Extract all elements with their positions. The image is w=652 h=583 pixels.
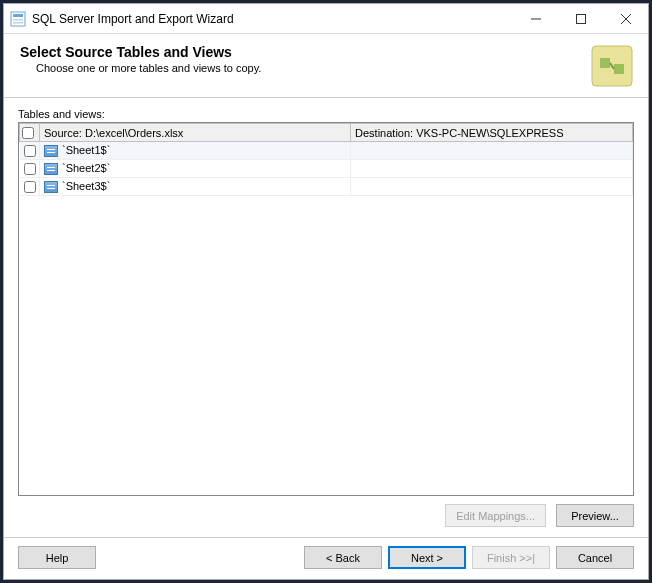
preview-button[interactable]: Preview... — [556, 504, 634, 527]
svg-rect-9 — [600, 58, 610, 68]
table-row[interactable]: `Sheet2$` — [20, 160, 633, 178]
back-button[interactable]: < Back — [304, 546, 382, 569]
page-subtitle: Choose one or more tables and views to c… — [36, 62, 632, 74]
window-controls — [513, 4, 648, 33]
destination-cell[interactable] — [351, 160, 633, 178]
help-button[interactable]: Help — [18, 546, 96, 569]
select-all-header[interactable] — [20, 124, 40, 142]
row-checkbox[interactable] — [24, 145, 36, 157]
close-button[interactable] — [603, 4, 648, 33]
svg-rect-5 — [576, 14, 585, 23]
wizard-icon — [586, 40, 638, 92]
grid-action-buttons: Edit Mappings... Preview... — [18, 496, 634, 531]
svg-rect-10 — [614, 64, 624, 74]
select-all-checkbox[interactable] — [22, 127, 34, 139]
page-title: Select Source Tables and Views — [20, 44, 632, 60]
tables-views-label: Tables and views: — [18, 108, 634, 120]
sheet-icon — [44, 145, 58, 157]
source-column-header[interactable]: Source: D:\excel\Orders.xlsx — [40, 124, 351, 142]
finish-button[interactable]: Finish >>| — [472, 546, 550, 569]
sheet-icon — [44, 181, 58, 193]
row-checkbox[interactable] — [24, 163, 36, 175]
window-title: SQL Server Import and Export Wizard — [32, 12, 513, 26]
next-button[interactable]: Next > — [388, 546, 466, 569]
source-name: `Sheet1$` — [62, 144, 110, 156]
tables-grid[interactable]: Source: D:\excel\Orders.xlsx Destination… — [19, 123, 633, 196]
table-row[interactable]: `Sheet1$` — [20, 142, 633, 160]
svg-rect-2 — [13, 19, 23, 21]
sheet-icon — [44, 163, 58, 175]
edit-mappings-button[interactable]: Edit Mappings... — [445, 504, 546, 527]
wizard-footer: Help < Back Next > Finish >>| Cancel — [4, 537, 648, 579]
maximize-button[interactable] — [558, 4, 603, 33]
svg-rect-3 — [13, 22, 23, 24]
wizard-window: SQL Server Import and Export Wizard Sele… — [3, 3, 649, 580]
destination-column-header[interactable]: Destination: VKS-PC-NEW\SQLEXPRESS — [351, 124, 633, 142]
titlebar: SQL Server Import and Export Wizard — [4, 4, 648, 34]
wizard-body: Tables and views: Source: D:\excel\Order… — [4, 98, 648, 537]
source-cell: `Sheet2$` — [40, 160, 351, 178]
table-row[interactable]: `Sheet3$` — [20, 178, 633, 196]
source-name: `Sheet3$` — [62, 180, 110, 192]
minimize-button[interactable] — [513, 4, 558, 33]
svg-rect-1 — [13, 14, 23, 17]
source-name: `Sheet2$` — [62, 162, 110, 174]
destination-cell[interactable] — [351, 142, 633, 160]
tables-grid-container: Source: D:\excel\Orders.xlsx Destination… — [18, 122, 634, 496]
wizard-header: Select Source Tables and Views Choose on… — [4, 34, 648, 98]
app-icon — [10, 11, 26, 27]
destination-cell[interactable] — [351, 178, 633, 196]
cancel-button[interactable]: Cancel — [556, 546, 634, 569]
row-checkbox[interactable] — [24, 181, 36, 193]
source-cell: `Sheet3$` — [40, 178, 351, 196]
source-cell: `Sheet1$` — [40, 142, 351, 160]
